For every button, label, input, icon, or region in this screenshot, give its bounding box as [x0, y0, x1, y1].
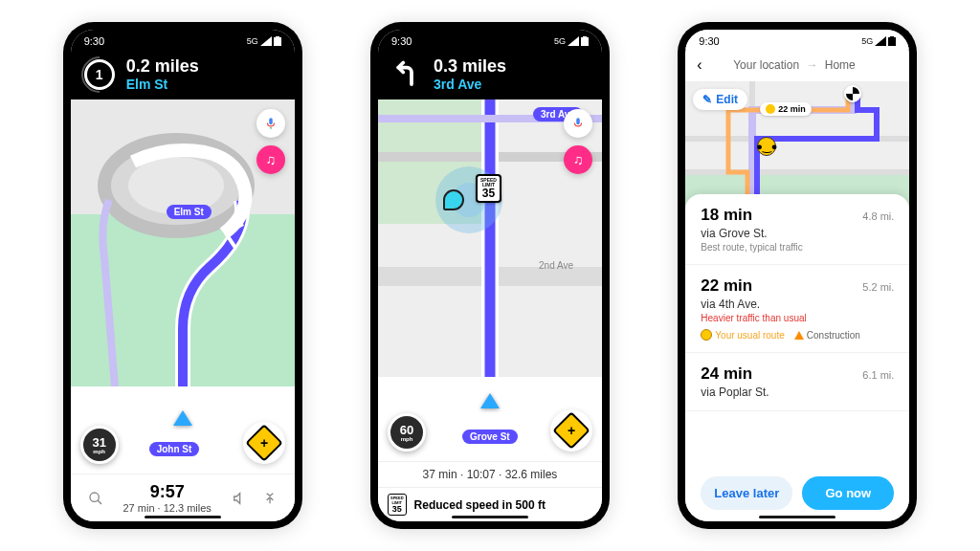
route-via: via 4th Ave. — [701, 298, 894, 311]
battery-icon — [274, 36, 281, 46]
route-time: 18 min — [701, 206, 752, 225]
roundabout-exit-icon: 1 — [82, 57, 117, 92]
status-bar: 9:30 5G — [71, 30, 295, 49]
report-button[interactable]: + — [243, 422, 285, 464]
nav-header: 0.3 miles 3rd Ave — [378, 49, 602, 99]
voice-button[interactable] — [256, 109, 285, 138]
eta-bar[interactable]: 37 min · 10:07 · 32.6 miles SPEEDLIMIT 3… — [378, 461, 602, 521]
go-now-button[interactable]: Go now — [802, 476, 894, 510]
street-pill-john: John St — [149, 442, 200, 456]
breadcrumb[interactable]: Your location → Home — [710, 58, 880, 72]
svg-rect-9 — [583, 36, 587, 37]
route-header: ‹ Your location → Home — [685, 49, 909, 81]
speed-limit-sign-small: SPEEDLIMIT 35 — [388, 494, 407, 516]
nav-distance: 0.3 miles — [434, 56, 506, 77]
speed-limit-sign: SPEEDLIMIT 35 — [476, 174, 501, 203]
alert-text: Reduced speed in 500 ft — [414, 498, 546, 512]
route-via: via Grove St. — [701, 227, 894, 240]
edit-label: Edit — [716, 93, 738, 106]
route-option[interactable]: 18 min 4.8 mi. via Grove St. Best route,… — [685, 194, 909, 265]
turn-left-icon — [390, 57, 424, 92]
route-option[interactable]: 24 min 6.1 mi. via Poplar St. — [685, 353, 909, 411]
status-icons: 5G — [861, 36, 896, 46]
eta-bar[interactable]: 9:57 27 min · 12.3 miles — [71, 474, 295, 521]
signal-icon — [875, 36, 886, 46]
screen-1: 9:30 5G 1 0.2 miles Elm St — [71, 30, 295, 521]
sound-icon[interactable] — [226, 485, 253, 512]
route-condition: Best route, typical traffic — [701, 242, 894, 253]
network-label: 5G — [554, 36, 566, 46]
signal-icon — [260, 36, 272, 46]
map-view[interactable]: Elm St John St ♫ 31 mph + — [71, 99, 295, 474]
network-label: 5G — [861, 36, 873, 46]
network-label: 5G — [247, 36, 258, 46]
svg-rect-20 — [890, 36, 894, 37]
home-indicator — [452, 516, 528, 518]
battery-icon — [888, 36, 896, 46]
signal-icon — [568, 36, 579, 46]
routes-icon[interactable] — [256, 485, 283, 512]
speedometer[interactable]: 31 mph — [80, 426, 119, 464]
eta-details: 37 min · 10:07 · 32.6 miles — [378, 462, 602, 487]
status-time: 9:30 — [84, 35, 104, 47]
route-eta-pill: 22 min — [760, 102, 812, 116]
home-indicator — [145, 516, 221, 518]
speed-unit: mph — [93, 449, 105, 454]
voice-button[interactable] — [564, 109, 592, 138]
exit-number: 1 — [84, 59, 115, 90]
status-bar: 9:30 5G — [685, 30, 909, 49]
usual-route-tag: Your usual route — [701, 329, 784, 341]
route-option[interactable]: 22 min 5.2 mi. via 4th Ave. Heavier traf… — [685, 265, 909, 353]
nav-street: 3rd Ave — [434, 77, 506, 92]
phone-frame-1: 9:30 5G 1 0.2 miles Elm St — [63, 22, 302, 529]
map-view[interactable]: 3rd Ave Grove St 2nd Ave SPEEDLIMIT 35 ♫… — [378, 99, 602, 461]
route-time: 22 min — [701, 276, 752, 296]
svg-rect-19 — [888, 37, 896, 46]
route-distance: 4.8 mi. — [862, 210, 894, 222]
nav-distance: 0.2 miles — [126, 56, 199, 77]
eta-details: 27 min · 12.3 miles — [117, 502, 218, 514]
route-tags: Your usual routeConstruction — [701, 329, 894, 341]
music-button[interactable]: ♫ — [256, 145, 285, 174]
phone-frame-3: 9:30 5G ‹ Your location → Home — [678, 22, 917, 529]
svg-rect-0 — [274, 37, 281, 46]
action-buttons: Leave later Go now — [685, 465, 909, 521]
status-bar: 9:30 5G — [378, 30, 602, 49]
waze-avatar-icon — [443, 189, 464, 210]
street-pill-grove: Grove St — [462, 430, 518, 444]
pencil-icon: ✎ — [702, 93, 712, 106]
status-time: 9:30 — [699, 35, 719, 47]
alert-sign-value: 35 — [390, 505, 404, 514]
route-distance: 6.1 mi. — [862, 369, 894, 381]
svg-point-6 — [90, 493, 99, 501]
phone-frame-2: 9:30 5G 0.3 miles 3rd Ave — [370, 22, 610, 529]
eta-arrival: 9:57 — [117, 482, 218, 502]
route-distance: 5.2 mi. — [862, 281, 894, 293]
nav-street: Elm St — [126, 77, 199, 92]
speed-value: 31 — [92, 436, 105, 449]
street-label-2nd: 2nd Ave — [539, 260, 573, 271]
report-button[interactable]: + — [550, 409, 592, 452]
edit-button[interactable]: ✎ Edit — [693, 89, 747, 110]
eta-pill-text: 22 min — [778, 104, 806, 114]
home-indicator — [759, 516, 835, 518]
route-via: via Poplar St. — [701, 386, 894, 399]
construction-tag: Construction — [794, 329, 860, 341]
speed-limit-value: 35 — [480, 187, 497, 199]
back-button[interactable]: ‹ — [697, 56, 702, 74]
music-button[interactable]: ♫ — [564, 145, 592, 174]
origin-label: Your location — [733, 58, 799, 72]
search-icon[interactable] — [82, 485, 109, 512]
leave-later-button[interactable]: Leave later — [701, 476, 792, 510]
current-location-icon — [480, 393, 500, 408]
svg-rect-8 — [581, 37, 589, 46]
map-background — [378, 99, 602, 377]
route-condition: Heavier traffic than usual — [701, 313, 894, 323]
speed-unit: mph — [401, 436, 413, 442]
battery-icon — [581, 36, 589, 46]
speedometer[interactable]: 60 mph — [388, 413, 426, 452]
route-preview-map[interactable]: ✎ Edit 22 min ●‿● — [685, 81, 909, 206]
status-icons: 5G — [554, 36, 589, 46]
route-time: 24 min — [701, 364, 752, 384]
speed-value: 60 — [400, 424, 413, 436]
